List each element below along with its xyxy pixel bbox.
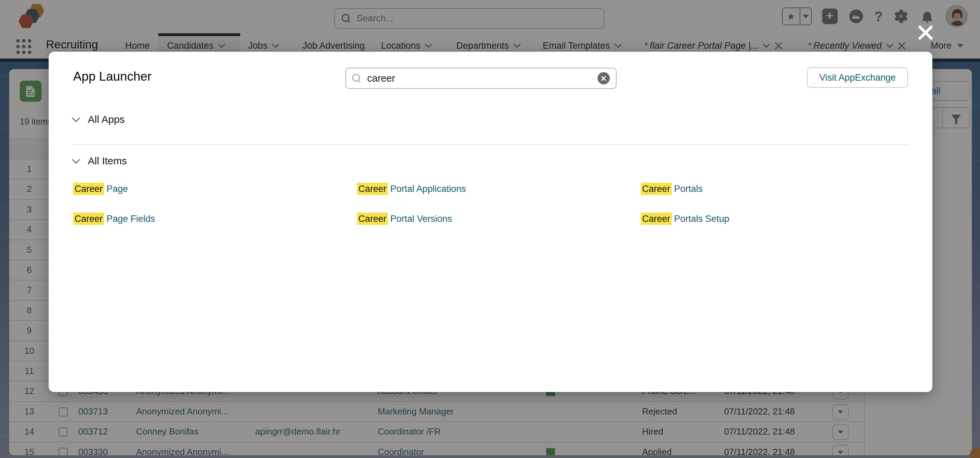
item-career-portal-applications[interactable]: Career Portal Applications	[357, 184, 466, 194]
chevron-down-icon[interactable]	[72, 114, 80, 122]
modal-close-icon[interactable]	[918, 25, 933, 40]
app-launcher-search-box[interactable]	[345, 68, 617, 89]
item-career-page[interactable]: Career Page	[73, 184, 128, 194]
chevron-down-icon[interactable]	[72, 156, 80, 164]
clear-search-icon[interactable]	[598, 72, 610, 84]
app-launcher-modal: App Launcher Visit AppExchange All Apps …	[49, 52, 932, 392]
section-all-apps[interactable]: All Apps	[73, 114, 124, 125]
modal-title: App Launcher	[73, 69, 151, 84]
section-divider	[73, 144, 908, 145]
app-launcher-search-input[interactable]	[366, 73, 598, 84]
section-all-items[interactable]: All Items	[73, 155, 127, 167]
item-career-portals[interactable]: Career Portals	[641, 184, 703, 194]
item-career-portal-versions[interactable]: Career Portal Versions	[357, 214, 452, 224]
visit-appexchange-button[interactable]: Visit AppExchange	[807, 67, 908, 88]
search-icon	[352, 74, 361, 83]
item-career-page-fields[interactable]: Career Page Fields	[73, 214, 155, 224]
app-window: ★ + ?	[0, 0, 980, 458]
item-career-portals-setup[interactable]: Career Portals Setup	[641, 214, 729, 224]
